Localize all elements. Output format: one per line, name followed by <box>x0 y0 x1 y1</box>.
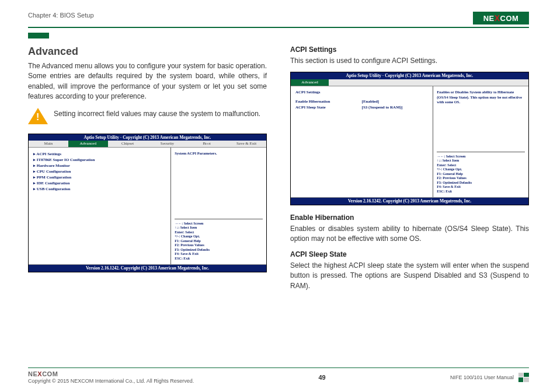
warning-icon <box>28 108 48 125</box>
bios-tab-row: Main Advanced Chipset Security Boot Save… <box>29 141 266 148</box>
footer-rule <box>28 368 529 368</box>
sub-body-sleep-state: Select the highest ACPI sleep state the … <box>290 261 529 291</box>
footer-logo: NEXCOM <box>28 370 194 377</box>
bios-item-ide: ▸ IDE Configuration <box>33 181 166 187</box>
bios-tab-row: Advanced <box>291 79 528 86</box>
warning-text: Setting incorrect field values may cause… <box>54 108 260 119</box>
footer-copyright: Copyright © 2015 NEXCOM International Co… <box>28 378 194 384</box>
bios-tab-save-exit: Save & Exit <box>227 141 266 147</box>
footer-mark-icon <box>518 373 529 382</box>
bios-key-help: →←: Select Screen ↑↓: Select Item Enter:… <box>175 219 263 261</box>
bios-tab-advanced: Advanced <box>291 79 329 86</box>
bios-menu-list: ▸ ACPI Settings ▸ IT8786E Super IO Confi… <box>29 148 171 264</box>
footer-doc-name: NIFE 100/101 User Manual <box>450 374 514 380</box>
acpi-settings-intro: This section is used to configure ACPI S… <box>290 56 529 66</box>
page-number: 49 <box>318 374 325 381</box>
bios-item-hwmon: ▸ Hardware Monitor <box>33 163 166 169</box>
bios-screenshot-advanced: Aptio Setup Utility - Copyright (C) 2013… <box>28 134 267 273</box>
header-rule <box>28 27 529 28</box>
acpi-settings-title: ACPI Settings <box>290 46 529 54</box>
bios-key-help: →←: Select Screen ↑↓: Select Item Enter:… <box>437 152 525 194</box>
bios-item-usb: ▸ USB Configuration <box>33 187 166 192</box>
chapter-label: Chapter 4: BIOS Setup <box>28 12 94 19</box>
intro-text: The Advanced menu allows you to configur… <box>28 61 267 102</box>
bios-title-bar: Aptio Setup Utility - Copyright (C) 2013… <box>29 134 266 141</box>
sub-title-sleep-state: ACPI Sleep State <box>290 250 529 258</box>
bios-tab-security: Security <box>147 141 187 147</box>
bios-tab-main: Main <box>29 141 68 147</box>
page-title: Advanced <box>28 46 267 58</box>
sub-body-hibernation: Enables or disables system ability to hi… <box>290 224 529 244</box>
bios-footer-bar: Version 2.16.1242. Copyright (C) 2013 Am… <box>291 197 528 205</box>
bios-row-hibernation: Enable Hibernation [Enabled] <box>295 99 428 104</box>
bios-help-text: Enables or Disables System ability to Hi… <box>437 90 525 104</box>
bios-tab-advanced: Advanced <box>68 141 108 147</box>
bios-heading-acpi: ACPI Settings <box>295 90 428 95</box>
bios-footer-bar: Version 2.16.1242. Copyright (C) 2013 Am… <box>29 264 266 272</box>
warning-callout: Setting incorrect field values may cause… <box>28 108 267 125</box>
bios-item-superio: ▸ IT8786E Super IO Configuration <box>33 158 166 163</box>
sub-title-hibernation: Enable Hibernation <box>290 214 529 222</box>
bios-title-bar: Aptio Setup Utility - Copyright (C) 2013… <box>291 72 528 79</box>
bios-tab-boot: Boot <box>187 141 227 147</box>
bios-item-acpi: ▸ ACPI Settings <box>33 151 166 157</box>
bios-tab-chipset: Chipset <box>108 141 148 147</box>
bios-item-ppm: ▸ PPM Configuration <box>33 175 166 181</box>
bios-help-text: System ACPI Parameters. <box>175 151 263 156</box>
bios-menu-list: ACPI Settings Enable Hibernation [Enable… <box>291 86 433 197</box>
bios-item-cpu: ▸ CPU Configuration <box>33 169 166 175</box>
brand-logo: NEXCOM <box>473 12 529 24</box>
bios-row-sleep-state: ACPI Sleep State [S3 (Suspend to RAM)] <box>295 104 428 110</box>
section-tab-mark <box>28 33 49 38</box>
bios-screenshot-acpi: Aptio Setup Utility - Copyright (C) 2013… <box>290 72 529 205</box>
